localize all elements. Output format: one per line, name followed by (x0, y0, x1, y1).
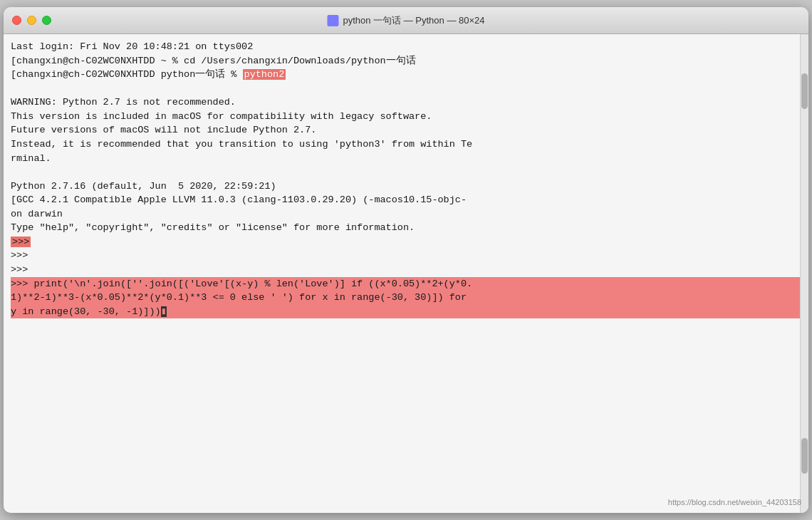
line-gcc2: on darwin (11, 207, 801, 222)
title-text: python 一句话 — Python — 80×24 (343, 14, 484, 27)
line-prompt1: >>> (11, 235, 801, 249)
line-typehelp: Type "help", "copyright", "credits" or "… (11, 221, 801, 235)
scrollbar-track[interactable] (800, 34, 808, 513)
line-login: Last login: Fri Nov 20 10:48:21 on ttys0… (11, 40, 801, 54)
line-blank1 (11, 82, 801, 96)
line-warn4: Instead, it is recommended that you tran… (11, 137, 801, 152)
code-block: >>> print('\n'.join([''.join([('Love'[(x… (11, 277, 801, 319)
terminal-icon (327, 15, 338, 26)
terminal-window: python 一句话 — Python — 80×24 Last login: … (4, 7, 808, 513)
minimize-button[interactable] (27, 16, 36, 25)
close-button[interactable] (12, 16, 21, 25)
line-warn4b: rminal. (11, 152, 801, 166)
watermark: https://blog.csdn.net/weixin_44203158 (668, 497, 801, 509)
line-blank2 (11, 165, 801, 180)
line-cmd2: [changxin@ch-C02WC0NXHTDD python一句话 % py… (11, 68, 801, 82)
maximize-button[interactable] (42, 16, 51, 25)
python2-highlight: python2 (243, 69, 286, 80)
code-line2: 1)**2-1)**3-(x*0.05)**2*(y*0.1)**3 <= 0 … (11, 291, 801, 305)
line-warn3: Future versions of macOS will not includ… (11, 123, 801, 137)
terminal-content: Last login: Fri Nov 20 10:48:21 on ttys0… (11, 40, 801, 318)
line-warn1: WARNING: Python 2.7 is not recommended. (11, 95, 801, 110)
line-prompt2: >>> (11, 249, 801, 263)
line-cmd1: [changxin@ch-C02WC0NXHTDD ~ % cd /Users/… (11, 54, 801, 68)
line-gcc: [GCC 4.2.1 Compatible Apple LLVM 11.0.3 … (11, 193, 801, 207)
titlebar: python 一句话 — Python — 80×24 (4, 7, 808, 34)
code-line3: y in range(30, -30, -1)]))▮ (11, 305, 801, 319)
code-line1: >>> print('\n'.join([''.join([('Love'[(x… (11, 277, 801, 291)
traffic-lights (12, 16, 51, 25)
scrollbar-thumb[interactable] (801, 73, 808, 109)
line-warn2: This version is included in macOS for co… (11, 110, 801, 124)
line-prompt3: >>> (11, 263, 801, 277)
line-pyver: Python 2.7.16 (default, Jun 5 2020, 22:5… (11, 180, 801, 194)
scrollbar-thumb-2[interactable] (801, 438, 808, 474)
terminal-body[interactable]: Last login: Fri Nov 20 10:48:21 on ttys0… (4, 34, 808, 513)
window-title: python 一句话 — Python — 80×24 (327, 14, 484, 27)
prompt-highlight-1: >>> (11, 236, 31, 247)
